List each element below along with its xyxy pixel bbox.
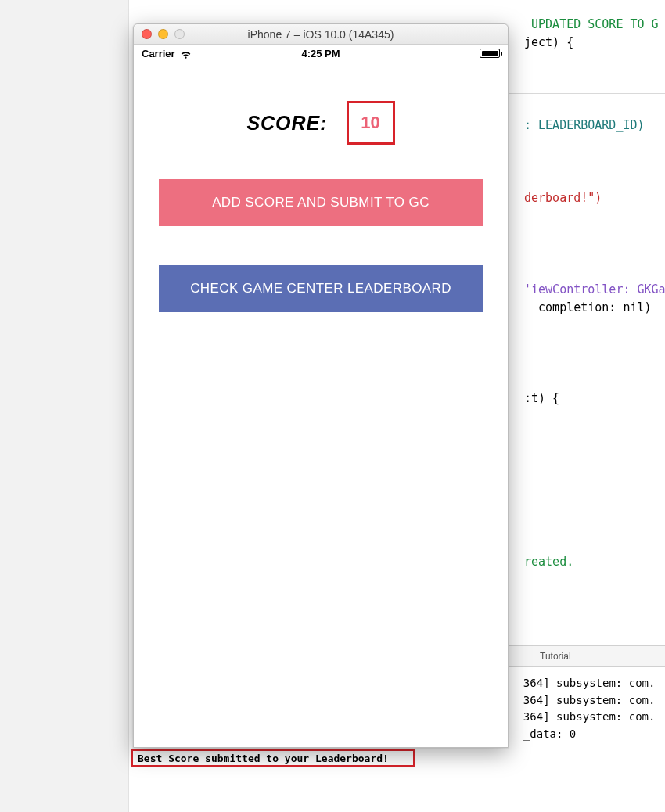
check-leaderboard-button[interactable]: CHECK GAME CENTER LEADERBOARD	[159, 265, 483, 312]
ios-status-bar: Carrier 4:25 PM	[134, 45, 508, 62]
score-value: 10	[361, 113, 379, 133]
score-row: SCORE: 10	[246, 101, 394, 145]
simulator-titlebar[interactable]: iPhone 7 – iOS 10.0 (14A345)	[134, 24, 508, 45]
simulator-window-title: iPhone 7 – iOS 10.0 (14A345)	[134, 28, 508, 41]
console-highlight-annotation: Best Score submitted to your Leaderboard…	[131, 749, 415, 767]
add-score-button[interactable]: ADD SCORE AND SUBMIT TO GC	[159, 179, 483, 226]
ios-simulator-window: iPhone 7 – iOS 10.0 (14A345) Carrier 4:2…	[133, 23, 509, 748]
statusbar-time: 4:25 PM	[261, 48, 381, 59]
score-value-highlight: 10	[347, 101, 395, 145]
app-content: SCORE: 10 ADD SCORE AND SUBMIT TO GC CHE…	[134, 62, 508, 747]
carrier-label: Carrier	[142, 48, 175, 59]
battery-icon	[480, 49, 500, 58]
console-tab-label: Tutorial	[540, 651, 571, 662]
simulator-screen: Carrier 4:25 PM SCORE: 10 ADD SCORE AND …	[134, 45, 508, 747]
score-label: SCORE:	[246, 112, 327, 135]
console-highlight-text: Best Score submitted to your Leaderboard…	[138, 753, 389, 764]
xcode-gutter	[0, 0, 129, 812]
wifi-icon	[180, 48, 192, 59]
